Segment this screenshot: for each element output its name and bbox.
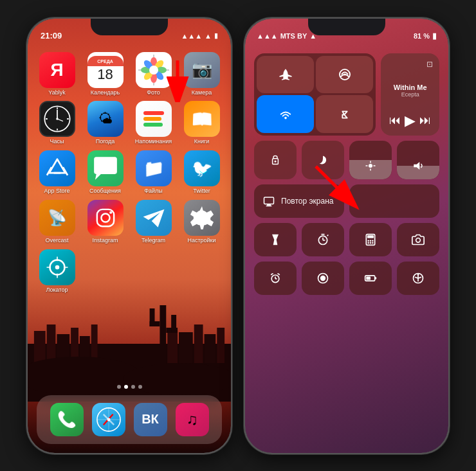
app-weather[interactable]: 🌤 Погода [84, 101, 127, 145]
svg-rect-2 [47, 324, 56, 363]
app-twitter[interactable]: 🐦 Twitter [180, 150, 223, 195]
app-books[interactable]: 📖 Книги [180, 101, 223, 145]
app-icon-label: Yablyk [48, 90, 65, 96]
carrier-name: MTS BY [280, 32, 307, 40]
timer-button[interactable] [302, 223, 344, 256]
app-files[interactable]: 📁 Файлы [132, 150, 175, 195]
app-icon-img: 📷 [184, 52, 220, 88]
dock-vk[interactable]: ВК [134, 403, 167, 436]
brightness-icon [365, 160, 376, 174]
svg-rect-67 [266, 205, 272, 206]
screen-mirror-label: Повтор экрана [281, 197, 333, 206]
cc-bottom-row-1 [254, 223, 439, 256]
cc-top-row: ⊡ Within Me Ecepta ⏮ ▶ ⏭ [254, 53, 439, 136]
app-icon-label: Погода [96, 139, 115, 145]
low-power-button[interactable] [349, 262, 392, 295]
svg-point-56 [343, 73, 345, 75]
app-icon-label: Twitter [193, 188, 210, 195]
do-not-disturb-button[interactable] [302, 141, 344, 179]
app-telegram[interactable]: Telegram [132, 200, 175, 244]
app-settings[interactable]: Настройки [180, 200, 223, 244]
airplay-area: ⊡ [387, 60, 433, 69]
wifi-toggle-button[interactable] [257, 95, 314, 133]
orientation-lock-button[interactable] [254, 141, 297, 179]
svg-rect-9 [194, 324, 203, 363]
app-calendar[interactable]: СРЕДА 18 Календарь [84, 52, 127, 96]
airplay-icon[interactable]: ⊡ [426, 60, 433, 69]
brightness-slider[interactable] [349, 141, 392, 179]
app-icon-img [39, 249, 75, 285]
app-yablyk[interactable]: Я Yablyk [35, 52, 78, 96]
cc-grid: ⊡ Within Me Ecepta ⏮ ▶ ⏭ [254, 53, 439, 300]
cc-third-row: Повтор экрана [254, 184, 439, 218]
app-reminders[interactable]: Напоминания [132, 101, 175, 145]
app-overcast[interactable]: 📡 Overcast [35, 200, 78, 244]
cc-background: ▲▲▲ MTS BY ▲ 81 % ▮ [245, 19, 448, 453]
flashlight-button[interactable] [254, 223, 297, 256]
app-icon-img: 🐦 [184, 150, 220, 186]
app-icon-label: Напоминания [135, 139, 172, 145]
svg-point-77 [372, 240, 374, 242]
page-dot [131, 385, 135, 389]
app-icon-img [136, 200, 172, 236]
home-background: 21:09 ▲▲▲ ▲ ▮ Я Yablyk [28, 19, 231, 453]
accessibility-button[interactable] [397, 262, 439, 295]
svg-rect-16 [171, 315, 176, 333]
svg-point-76 [370, 240, 372, 242]
music-widget[interactable]: ⊡ Within Me Ecepta ⏮ ▶ ⏭ [381, 53, 439, 136]
app-clock[interactable]: Часы [35, 101, 78, 145]
page-dot-active [124, 385, 128, 389]
app-locator[interactable]: Локатор [35, 249, 78, 294]
screen-record-button[interactable] [302, 262, 344, 295]
cellular-data-button[interactable] [316, 56, 373, 94]
volume-icon [412, 160, 424, 174]
svg-point-86 [320, 275, 325, 280]
app-icon-img: ВК [134, 403, 167, 436]
next-track-button[interactable]: ⏭ [419, 114, 431, 127]
dock-safari[interactable] [92, 403, 125, 436]
music-title: Within Me [387, 84, 433, 91]
airplane-mode-button[interactable] [257, 56, 314, 94]
bluetooth-toggle-button[interactable] [316, 95, 373, 133]
alarm-button[interactable] [254, 262, 297, 295]
app-icon-label: Настройки [187, 238, 215, 244]
app-icon-label: Сообщения [89, 188, 121, 195]
app-appstore[interactable]: App Store [35, 150, 78, 195]
app-instagram[interactable]: Instagram [84, 200, 127, 244]
svg-point-40 [101, 214, 109, 222]
play-button[interactable]: ▶ [405, 112, 416, 129]
volume-slider[interactable] [397, 141, 439, 179]
app-grid: Я Yablyk СРЕДА 18 Календарь [35, 52, 223, 294]
app-photos[interactable]: Фото [132, 52, 175, 96]
app-messages[interactable]: Сообщения [84, 150, 127, 195]
wifi-icon: ▲ [205, 32, 212, 40]
dock-phone[interactable]: 📞 [50, 403, 84, 436]
app-icon-label: Камера [192, 90, 212, 96]
app-icon-label: Книги [194, 139, 210, 145]
battery-percent: 81 % [414, 32, 430, 40]
prev-track-button[interactable]: ⏮ [389, 114, 401, 127]
svg-rect-65 [264, 197, 274, 204]
cc-second-row [254, 141, 439, 179]
svg-rect-7 [167, 330, 178, 363]
app-camera[interactable]: 📷 Камера [180, 52, 223, 96]
svg-point-44 [55, 265, 59, 270]
app-icon-img [92, 403, 125, 436]
svg-point-60 [369, 164, 372, 168]
screen-mirror-button[interactable]: Повтор экрана [254, 184, 344, 218]
cc-signal: ▲▲▲ MTS BY ▲ [257, 32, 316, 40]
svg-rect-11 [217, 328, 224, 363]
svg-point-59 [275, 160, 277, 162]
dock-music[interactable]: ♫ [176, 403, 209, 436]
music-controls: ⏮ ▶ ⏭ [387, 112, 433, 129]
status-icons: ▲▲▲ ▲ ▮ [181, 31, 218, 40]
app-icon-img: 🌤 [87, 101, 124, 137]
app-icon-img [184, 200, 220, 236]
calculator-button[interactable] [349, 223, 392, 256]
camera-cc-button[interactable] [397, 223, 439, 256]
svg-point-57 [284, 117, 287, 120]
left-phone: 21:09 ▲▲▲ ▲ ▮ Я Yablyk [26, 17, 232, 454]
svg-rect-8 [179, 332, 193, 363]
app-icon-img [39, 150, 75, 186]
svg-point-75 [367, 240, 369, 242]
